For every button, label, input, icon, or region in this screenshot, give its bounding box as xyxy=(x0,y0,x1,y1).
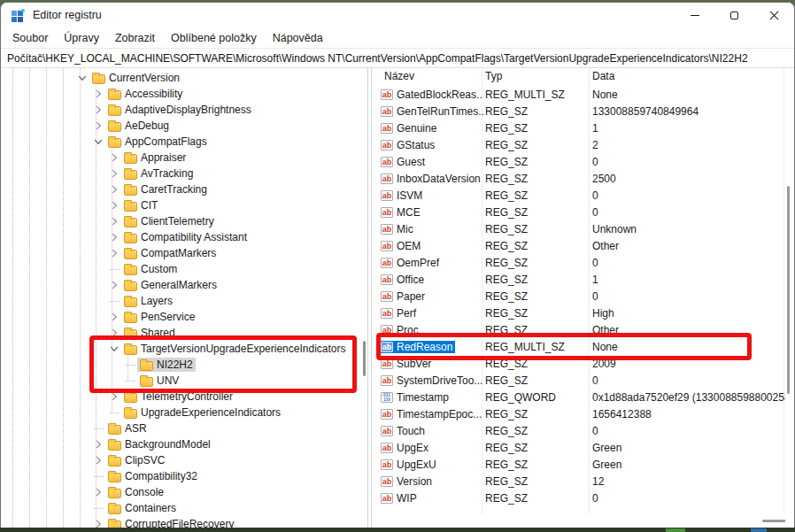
chevron-down-icon[interactable] xyxy=(107,342,121,356)
reg-string-icon: ab xyxy=(381,89,393,100)
tree-item-generalmarkers[interactable]: GeneralMarkers xyxy=(1,277,366,293)
tree-item-containers[interactable]: Containers xyxy=(1,500,366,516)
tree-item-adaptivedisplaybrightness[interactable]: AdaptiveDisplayBrightness xyxy=(1,102,366,118)
value-row-oempref[interactable]: abOemPrefREG_SZ0 xyxy=(373,254,785,271)
value-data-cell: 12 xyxy=(592,473,785,490)
chevron-right-icon[interactable] xyxy=(91,119,105,133)
horizontal-scrollbar-thumb[interactable] xyxy=(762,520,785,522)
tree-item-currentversion[interactable]: CurrentVersion xyxy=(1,70,366,86)
chevron-right-icon[interactable] xyxy=(91,87,105,101)
tree-vertical-scrollbar-thumb[interactable] xyxy=(363,341,366,376)
reg-string-icon: ab xyxy=(381,426,393,436)
value-row-perf[interactable]: abPerfREG_SZHigh xyxy=(373,305,785,321)
value-row-upgexu[interactable]: abUpgExUREG_SZGreen xyxy=(373,456,785,473)
value-data-cell: 1 xyxy=(592,271,785,288)
menu-zobrazit[interactable]: Zobrazit xyxy=(107,29,163,47)
value-row-upgex[interactable]: abUpgExREG_SZGreen xyxy=(373,439,785,456)
chevron-right-icon[interactable] xyxy=(107,310,121,324)
chevron-right-icon[interactable] xyxy=(107,214,121,228)
tree-item-compatmarkers[interactable]: CompatMarkers xyxy=(1,245,366,261)
chevron-right-icon[interactable] xyxy=(107,278,121,292)
tree-item-carettracking[interactable]: CaretTracking xyxy=(1,181,366,197)
address-bar[interactable]: Počítač\HKEY_LOCAL_MACHINE\SOFTWARE\Micr… xyxy=(1,48,794,68)
value-row-office[interactable]: abOfficeREG_SZ1 xyxy=(373,271,785,288)
value-row-subver[interactable]: abSubVerREG_SZ2009 xyxy=(373,355,785,372)
value-row-inboxdataversion[interactable]: abInboxDataVersionREG_SZ2500 xyxy=(373,170,785,187)
tree-item-compatibility-assistant[interactable]: Compatibility Assistant xyxy=(1,229,366,245)
tree-item-chip: TelemetryController xyxy=(121,389,235,404)
value-row-timestampepoc-[interactable]: abTimestampEpoc...REG_SZ1656412388 xyxy=(373,405,785,422)
chevron-right-icon[interactable] xyxy=(91,517,105,528)
value-row-redreason[interactable]: abRedReasonREG_MULTI_SZNone xyxy=(373,338,785,355)
tree-item-clienttelemetry[interactable]: ClientTelemetry xyxy=(1,213,366,229)
tree-item-layers[interactable]: Layers xyxy=(1,293,366,309)
tree-item-telemetrycontroller[interactable]: TelemetryController xyxy=(1,389,366,405)
value-row-isvm[interactable]: abISVMREG_SZ0 xyxy=(373,187,785,204)
chevron-right-icon[interactable] xyxy=(107,166,121,181)
chevron-right-icon[interactable] xyxy=(107,389,121,404)
value-row-gstatus[interactable]: abGStatusREG_SZ2 xyxy=(373,136,785,153)
tree-item-cit[interactable]: CIT xyxy=(1,197,366,213)
value-name-chip: abProc xyxy=(380,324,421,336)
value-row-gatedblockreas-[interactable]: abGatedBlockReas...REG_MULTI_SZNone xyxy=(373,86,785,103)
chevron-right-icon[interactable] xyxy=(91,103,105,117)
chevron-right-icon[interactable] xyxy=(107,230,121,244)
menu-upravy[interactable]: Úpravy xyxy=(56,29,107,47)
chevron-down-icon[interactable] xyxy=(91,135,105,149)
value-name-chip: abPerf xyxy=(380,307,419,320)
tree-item-penservice[interactable]: PenService xyxy=(1,309,366,325)
tree-item-asr[interactable]: ASR xyxy=(1,420,366,436)
list-vertical-scrollbar-thumb[interactable] xyxy=(787,186,790,394)
menu-soubor[interactable]: Soubor xyxy=(4,29,56,47)
chevron-right-icon[interactable] xyxy=(91,453,105,467)
chevron-right-icon[interactable] xyxy=(107,182,121,197)
value-row-mic[interactable]: abMicREG_SZUnknown xyxy=(373,220,785,237)
menu-oblibene-polozky[interactable]: Oblíbené položky xyxy=(163,29,265,47)
value-row-touch[interactable]: abTouchREG_SZ0 xyxy=(373,422,785,439)
tree-item-aedebug[interactable]: AeDebug xyxy=(1,118,366,134)
tree-item-appcompatflags[interactable]: AppCompatFlags xyxy=(1,134,366,150)
chevron-right-icon[interactable] xyxy=(107,198,121,212)
reg-string-icon: ab xyxy=(381,325,393,335)
pane-splitter[interactable] xyxy=(367,68,372,528)
value-row-guest[interactable]: abGuestREG_SZ0 xyxy=(373,153,785,170)
tree-item-targetversionupgradeexperienceindicators[interactable]: TargetVersionUpgradeExperienceIndicators xyxy=(1,341,366,357)
chevron-right-icon[interactable] xyxy=(107,326,121,340)
tree-item-compatibility32[interactable]: Compatibility32 xyxy=(1,468,366,484)
column-header-data[interactable]: Data xyxy=(592,70,614,82)
tree-item-appraiser[interactable]: Appraiser xyxy=(1,150,366,166)
value-row-gentelruntimes-[interactable]: abGenTelRunTimes...REG_SZ133008859740849… xyxy=(373,103,785,120)
tree-item-accessibility[interactable]: Accessibility xyxy=(1,86,366,102)
tree-item-corruptedfilerecovery[interactable]: CorruptedFileRecovery xyxy=(1,516,366,528)
chevron-right-icon[interactable] xyxy=(107,246,121,260)
chevron-right-icon[interactable] xyxy=(91,437,105,451)
value-row-mce[interactable]: abMCEREG_SZ0 xyxy=(373,204,785,220)
value-row-genuine[interactable]: abGenuineREG_SZ1 xyxy=(373,120,785,136)
tree-item-clipsvc[interactable]: ClipSVC xyxy=(1,452,366,468)
column-header-typ[interactable]: Typ xyxy=(485,70,502,82)
value-row-proc[interactable]: abProcREG_SZOther xyxy=(373,321,785,338)
chevron-right-icon[interactable] xyxy=(107,150,121,165)
tree-item-backgroundmodel[interactable]: BackgroundModel xyxy=(1,436,366,452)
tree-item-console[interactable]: Console xyxy=(1,484,366,500)
minimize-button[interactable] xyxy=(675,3,714,27)
tree-item-upgradeexperienceindicators[interactable]: UpgradeExperienceIndicators xyxy=(1,405,366,420)
tree-item-custom[interactable]: Custom xyxy=(1,261,366,277)
tree-item-shared[interactable]: Shared xyxy=(1,325,366,341)
value-row-paper[interactable]: abPaperREG_SZ0 xyxy=(373,288,785,305)
close-button[interactable] xyxy=(754,3,794,27)
chevron-right-icon[interactable] xyxy=(91,485,105,499)
tree-item-avtracking[interactable]: AvTracking xyxy=(1,166,366,181)
value-row-systemdrivetoo-[interactable]: abSystemDriveToo...REG_SZ0 xyxy=(373,372,785,389)
tree-item-ni22h2[interactable]: NI22H2 xyxy=(1,357,366,373)
value-row-timestamp[interactable]: 011110TimestampREG_QWORD0x1d88ada7520ef2… xyxy=(373,389,785,405)
value-row-wip[interactable]: abWIPREG_SZ0 xyxy=(373,490,785,506)
value-name-chip: abWIP xyxy=(380,492,420,505)
maximize-button[interactable] xyxy=(714,3,754,27)
chevron-down-icon[interactable] xyxy=(75,71,89,85)
value-row-version[interactable]: abVersionREG_SZ12 xyxy=(373,473,785,490)
column-header-nazev[interactable]: Název xyxy=(384,70,414,82)
tree-item-unv[interactable]: UNV xyxy=(1,373,366,389)
value-row-oem[interactable]: abOEMREG_SZOther xyxy=(373,237,785,254)
menu-napoveda[interactable]: Nápověda xyxy=(265,29,331,47)
